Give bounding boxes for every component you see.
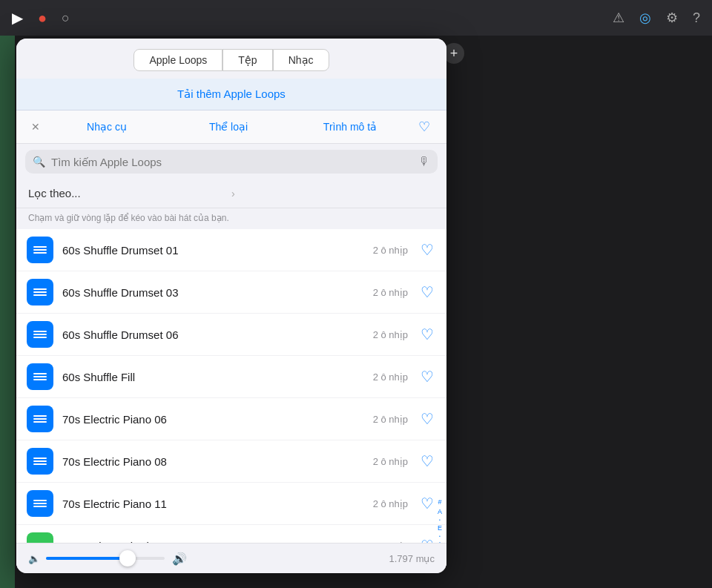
scroll-index-i[interactable]: I bbox=[439, 541, 441, 543]
main-panel: Apple Loops Tệp Nhạc Tải thêm Apple Loop… bbox=[16, 39, 446, 573]
filter-tab-instrument[interactable]: Nhạc cụ bbox=[46, 116, 168, 137]
scroll-index-e[interactable]: E bbox=[438, 525, 442, 532]
scroll-index-hash[interactable]: # bbox=[438, 499, 441, 506]
list-item[interactable]: 60s Shuffle Drumset 01 2 ô nhịp ♡ bbox=[16, 229, 446, 271]
loop-beats-3: 2 ô nhịp bbox=[373, 371, 408, 383]
filter-label: Lọc theo... bbox=[28, 187, 231, 200]
tab-music[interactable]: Nhạc bbox=[273, 49, 329, 71]
play-icon[interactable]: ▶ bbox=[12, 9, 23, 27]
scroll-index-a[interactable]: A bbox=[438, 509, 442, 515]
loop-beats-7: 4 ô nhịp bbox=[373, 541, 408, 544]
volume-high-icon: 🔊 bbox=[172, 552, 187, 566]
loop-name-5: 70s Electric Piano 08 bbox=[62, 455, 373, 468]
loop-name-7: 70s Latin Rock Piano bbox=[62, 540, 373, 544]
loop-fav-4[interactable]: ♡ bbox=[418, 410, 436, 428]
loop-beats-2: 2 ô nhịp bbox=[373, 329, 408, 340]
hint-text: Chạm và giữ vòng lặp để kéo vào bài hát … bbox=[16, 208, 446, 229]
volume-slider[interactable] bbox=[46, 551, 165, 566]
list-item[interactable]: 60s Shuffle Fill 2 ô nhịp ♡ bbox=[16, 356, 446, 398]
loop-name-0: 60s Shuffle Drumset 01 bbox=[62, 244, 373, 257]
chevron-right-icon: › bbox=[231, 188, 435, 199]
loop-name-1: 60s Shuffle Drumset 03 bbox=[62, 286, 373, 299]
bottom-controls: 🔈 🔊 1.797 mục bbox=[16, 543, 446, 573]
filter-heart-button[interactable]: ♡ bbox=[411, 119, 438, 135]
headphone-icon[interactable]: ◎ bbox=[639, 10, 651, 26]
list-item[interactable]: 60s Shuffle Drumset 06 2 ô nhịp ♡ bbox=[16, 314, 446, 356]
loop-fav-3[interactable]: ♡ bbox=[418, 368, 436, 386]
volume-low-icon: 🔈 bbox=[28, 553, 40, 564]
loop-fav-0[interactable]: ♡ bbox=[418, 241, 436, 259]
search-bar: 🔍 🎙 bbox=[25, 150, 438, 174]
download-banner: Tải thêm Apple Loops bbox=[16, 79, 446, 110]
left-strip bbox=[0, 36, 15, 588]
scroll-index: # A • E • I • M • Q • U • Z bbox=[433, 496, 446, 543]
filter-tabs: ✕ Nhạc cụ Thể loại Trình mô tả ♡ bbox=[16, 110, 446, 144]
loop-icon-2 bbox=[27, 321, 53, 348]
loop-icon-7: ♪ bbox=[27, 532, 53, 543]
loop-name-3: 60s Shuffle Fill bbox=[62, 371, 373, 383]
tab-files[interactable]: Tệp bbox=[222, 49, 272, 71]
loop-beats-5: 2 ô nhịp bbox=[373, 456, 408, 467]
loop-list: 60s Shuffle Drumset 01 2 ô nhịp ♡ 60s Sh… bbox=[16, 229, 446, 543]
list-item[interactable]: 70s Electric Piano 11 2 ô nhịp ♡ bbox=[16, 483, 446, 525]
loop-icon-6 bbox=[27, 490, 53, 517]
filter-close-button[interactable]: ✕ bbox=[25, 116, 46, 137]
filter-row[interactable]: Lọc theo... › bbox=[16, 179, 446, 208]
loop-beats-1: 2 ô nhịp bbox=[373, 287, 408, 298]
filter-tab-genre[interactable]: Thể loại bbox=[168, 116, 289, 137]
loop-name-4: 70s Electric Piano 06 bbox=[62, 413, 373, 426]
mic-icon[interactable]: 🎙 bbox=[418, 155, 430, 168]
list-item[interactable]: 70s Electric Piano 06 2 ô nhịp ♡ bbox=[16, 398, 446, 440]
loop-name-6: 70s Electric Piano 11 bbox=[62, 498, 373, 510]
loop-icon-4 bbox=[27, 406, 53, 432]
gear-icon[interactable]: ⚙ bbox=[666, 10, 678, 26]
list-item[interactable]: ♪ 70s Latin Rock Piano 4 ô nhịp ♡ bbox=[16, 525, 446, 543]
loop-beats-4: 2 ô nhịp bbox=[373, 414, 408, 425]
svg-text:♪: ♪ bbox=[36, 540, 41, 543]
tab-apple-loops[interactable]: Apple Loops bbox=[134, 49, 222, 71]
list-item[interactable]: 60s Shuffle Drumset 03 2 ô nhịp ♡ bbox=[16, 271, 446, 314]
record-icon[interactable]: ● bbox=[38, 10, 47, 27]
list-item[interactable]: 70s Electric Piano 08 2 ô nhịp ♡ bbox=[16, 440, 446, 483]
loop-icon-3 bbox=[27, 363, 53, 390]
download-link[interactable]: Tải thêm Apple Loops bbox=[177, 87, 286, 100]
warning-icon[interactable]: ⚠ bbox=[613, 10, 624, 26]
plus-button[interactable]: + bbox=[444, 43, 464, 64]
loop-icon-5 bbox=[27, 448, 53, 475]
loop-icon-1 bbox=[27, 279, 53, 305]
loop-fav-5[interactable]: ♡ bbox=[418, 452, 436, 470]
item-count: 1.797 mục bbox=[389, 553, 435, 564]
loop-beats-6: 2 ô nhịp bbox=[373, 498, 408, 509]
loop-beats-0: 2 ô nhịp bbox=[373, 245, 408, 256]
cycle-icon[interactable]: ○ bbox=[62, 10, 70, 26]
loop-fav-2[interactable]: ♡ bbox=[418, 326, 436, 343]
loop-icon-0 bbox=[27, 237, 53, 263]
help-icon[interactable]: ? bbox=[693, 10, 700, 26]
segment-control: Apple Loops Tệp Nhạc bbox=[16, 39, 446, 79]
search-icon: 🔍 bbox=[33, 156, 45, 168]
search-input[interactable] bbox=[51, 156, 418, 168]
loop-fav-1[interactable]: ♡ bbox=[418, 283, 436, 301]
filter-tab-descriptor[interactable]: Trình mô tả bbox=[289, 116, 411, 137]
toolbar: ▶ ● ○ ⚠ ◎ ⚙ ? bbox=[0, 0, 712, 36]
loop-name-2: 60s Shuffle Drumset 06 bbox=[62, 328, 373, 341]
